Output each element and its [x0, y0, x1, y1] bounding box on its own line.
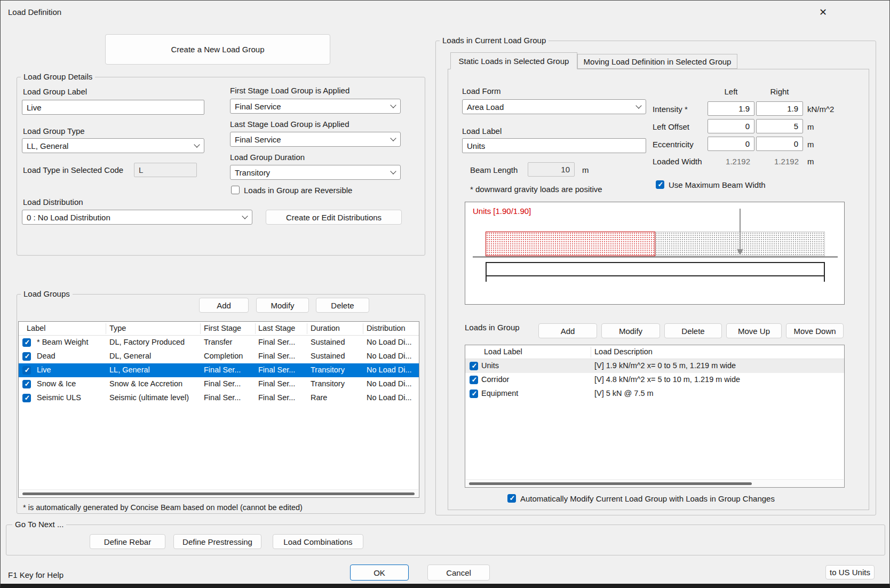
load-type-in-code-value — [134, 163, 197, 177]
load-group-type-select[interactable]: LL, General — [22, 138, 204, 153]
cell-type: Snow & Ice Accretion — [109, 379, 182, 388]
create-edit-distributions-button[interactable]: Create or Edit Distributions — [266, 210, 402, 225]
load-group-label-label: Load Group Label — [23, 87, 87, 96]
row-checkbox[interactable] — [470, 390, 478, 398]
help-text: F1 Key for Help — [8, 570, 63, 579]
cancel-button[interactable]: Cancel — [427, 565, 490, 581]
load-group-row[interactable]: Dead DL, General Completion Final Ser...… — [19, 349, 419, 363]
to-us-units-button[interactable]: to US Units — [825, 565, 875, 579]
load-group-row-selected[interactable]: Live LL, General Final Ser... Final Ser.… — [19, 363, 419, 377]
define-rebar-button[interactable]: Define Rebar — [90, 534, 165, 549]
row-checkbox[interactable] — [22, 366, 31, 375]
load-combinations-button[interactable]: Load Combinations — [273, 534, 363, 549]
loads-delete-button[interactable]: Delete — [664, 323, 722, 338]
column-header-last-stage[interactable]: Last Stage — [258, 324, 295, 332]
cell-label: Dead — [37, 352, 55, 360]
load-form-label: Load Form — [462, 86, 501, 96]
loaded-width-unit: m — [807, 157, 814, 166]
cell-type: DL, Factory Produced — [109, 338, 185, 346]
row-checkbox[interactable] — [22, 338, 31, 347]
horizontal-scrollbar[interactable] — [19, 489, 418, 497]
left-offset-right-input[interactable] — [756, 119, 803, 133]
create-new-load-group-button[interactable]: Create a New Load Group — [105, 34, 330, 65]
load-row[interactable]: Units [V] 1.9 kN/m^2 x= 0 to 5 m, 1.219 … — [465, 359, 844, 373]
intensity-left-input[interactable] — [708, 101, 754, 116]
cell-load-description: [V] 1.9 kN/m^2 x= 0 to 5 m, 1.219 m wide — [594, 361, 736, 370]
cell-last-stage: Final Ser... — [258, 338, 295, 346]
load-groups-delete-button[interactable]: Delete — [316, 298, 369, 313]
horizontal-scrollbar[interactable] — [466, 479, 844, 487]
column-header-load-description[interactable]: Load Description — [594, 347, 653, 356]
row-checkbox[interactable] — [470, 362, 478, 370]
eccentricity-unit: m — [807, 140, 814, 149]
tab-moving-load[interactable]: Moving Load Definition in Selected Group — [577, 54, 737, 69]
load-group-row[interactable]: * Beam Weight DL, Factory Produced Trans… — [19, 336, 419, 349]
load-definition-dialog: Load Definition ✕ Create a New Load Grou… — [0, 0, 890, 588]
ok-button[interactable]: OK — [350, 565, 409, 581]
load-distribution-select[interactable]: 0 : No Load Distribution — [22, 210, 252, 225]
load-groups-add-button[interactable]: Add — [199, 298, 249, 313]
loaded-width-label: Loaded Width — [653, 157, 702, 166]
duration-select[interactable]: Transitory — [230, 165, 401, 180]
column-separator — [200, 323, 201, 334]
row-checkbox[interactable] — [470, 376, 478, 384]
column-header-type[interactable]: Type — [109, 324, 126, 332]
chevron-down-icon — [390, 135, 396, 141]
load-group-row[interactable]: Seismic ULS Seismic (ultimate level) Fin… — [19, 391, 419, 405]
close-icon[interactable]: ✕ — [819, 6, 827, 18]
load-group-type-label: Load Group Type — [23, 126, 85, 136]
loads-add-button[interactable]: Add — [538, 323, 597, 338]
auto-modify-label: Automatically Modify Current Load Group … — [520, 494, 775, 503]
eccentricity-right-input[interactable] — [756, 137, 803, 151]
chevron-down-icon — [635, 102, 641, 108]
column-header-first-stage[interactable]: First Stage — [204, 324, 241, 332]
cell-first-stage: Final Ser... — [204, 379, 241, 388]
load-row[interactable]: Corridor [V] 4.8 kN/m^2 x= 5 to 10 m, 1.… — [465, 373, 844, 387]
loads-modify-button[interactable]: Modify — [601, 323, 660, 338]
load-row[interactable]: Equipment [V] 5 kN @ 7.5 m — [465, 387, 844, 401]
row-checkbox[interactable] — [22, 380, 31, 388]
use-max-beam-width-checkbox[interactable] — [656, 180, 664, 189]
load-diagram: Units [1.90/1.90] — [465, 202, 845, 305]
scrollbar-thumb[interactable] — [22, 492, 415, 495]
eccentricity-left-input[interactable] — [708, 137, 754, 151]
left-offset-label: Left Offset — [653, 122, 689, 131]
cell-type: DL, General — [109, 352, 151, 360]
cell-type: LL, General — [109, 365, 150, 374]
loads-in-group-table: Load Label Load Description Units [V] 1.… — [465, 345, 845, 488]
column-separator — [307, 323, 307, 334]
loads-move-up-button[interactable]: Move Up — [726, 323, 782, 338]
load-group-type-value: LL, General — [27, 141, 195, 150]
loads-move-down-button[interactable]: Move Down — [786, 323, 844, 338]
load-groups-modify-button[interactable]: Modify — [256, 298, 309, 313]
left-offset-left-input[interactable] — [708, 119, 754, 133]
load-group-row[interactable]: Snow & Ice Snow & Ice Accretion Final Se… — [19, 377, 419, 391]
last-stage-value: Final Service — [235, 135, 391, 144]
define-prestressing-button[interactable]: Define Prestressing — [173, 534, 261, 549]
last-stage-select[interactable]: Final Service — [230, 132, 401, 147]
reversible-checkbox[interactable] — [231, 186, 240, 194]
load-group-label-input[interactable] — [22, 100, 204, 115]
duration-value: Transitory — [235, 168, 391, 177]
column-header-load-label[interactable]: Load Label — [484, 347, 522, 356]
auto-modify-checkbox[interactable] — [507, 494, 516, 503]
selected-load-region — [486, 232, 655, 256]
row-checkbox[interactable] — [22, 394, 31, 402]
intensity-right-input[interactable] — [756, 101, 803, 116]
column-header-label[interactable]: Label — [27, 324, 45, 332]
loaded-width-right-value: 1.2192 — [756, 157, 803, 166]
window-title: Load Definition — [8, 7, 61, 17]
cell-distribution: No Load Di... — [367, 352, 412, 360]
row-checkbox[interactable] — [22, 352, 31, 361]
scrollbar-thumb[interactable] — [469, 482, 752, 485]
load-label-input[interactable] — [462, 138, 646, 153]
beam-length-label: Beam Length — [470, 165, 518, 174]
column-header-duration[interactable]: Duration — [311, 324, 340, 332]
beam-length-unit: m — [582, 165, 589, 174]
load-form-select[interactable]: Area Load — [462, 99, 646, 114]
load-type-in-code-label: Load Type in Selected Code — [23, 165, 123, 174]
tab-static-loads[interactable]: Static Loads in Selected Group — [450, 52, 577, 69]
first-stage-select[interactable]: Final Service — [230, 99, 401, 114]
column-header-distribution[interactable]: Distribution — [367, 324, 406, 332]
column-separator — [106, 323, 106, 334]
